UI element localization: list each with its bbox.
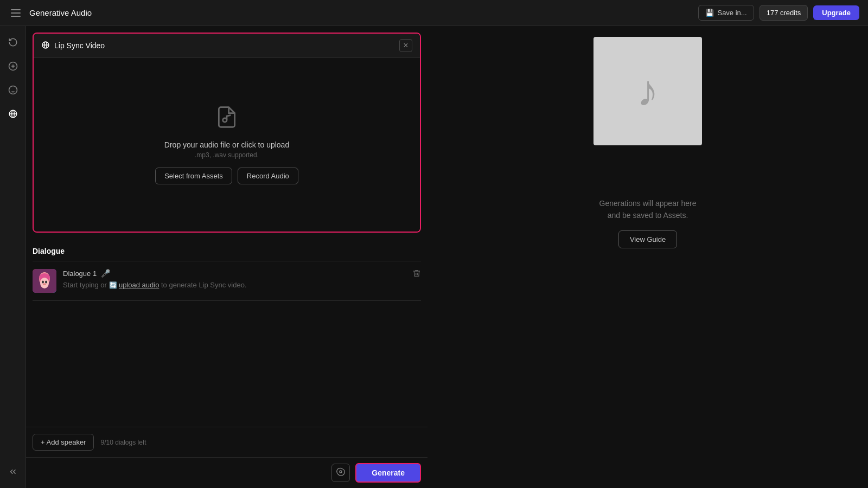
add-speaker-button[interactable]: + Add speaker <box>33 434 94 451</box>
upload-audio-link[interactable]: upload audio <box>119 281 159 289</box>
credits-label: 177 credits <box>767 9 801 17</box>
drop-zone-buttons: Select from Assets Record Audio <box>155 168 298 184</box>
sidebar <box>0 26 26 488</box>
view-guide-button[interactable]: View Guide <box>618 230 677 248</box>
arrow-indicator: ← <box>420 138 421 152</box>
dialogue-name: Dialogue 1 <box>63 269 97 278</box>
sidebar-icon-sync[interactable] <box>3 104 23 124</box>
dialogue-header: Dialogue <box>33 239 421 261</box>
dialogue-text-start: Start typing or <box>63 281 107 289</box>
mic-icon: 🎤 <box>101 269 110 278</box>
close-icon: × <box>403 41 408 50</box>
header-right: 💾 Save in... 177 credits Upgrade <box>698 5 859 21</box>
lip-sync-icon <box>41 41 50 51</box>
audio-file-icon <box>215 105 239 134</box>
svg-point-8 <box>40 278 49 288</box>
sidebar-icon-refresh[interactable] <box>3 33 23 52</box>
sidebar-icon-add[interactable] <box>3 56 23 76</box>
sidebar-bottom <box>3 462 23 481</box>
dialogue-text-suffix: to generate Lip Sync video. <box>161 281 247 289</box>
save-button[interactable]: 💾 Save in... <box>698 5 754 21</box>
generations-text: Generations will appear here and be save… <box>599 197 697 222</box>
svg-point-3 <box>9 86 17 94</box>
generate-button[interactable]: Generate <box>355 463 421 483</box>
lip-sync-title: Lip Sync Video <box>41 41 105 51</box>
lip-sync-section: Lip Sync Video × <box>33 33 421 233</box>
record-audio-button[interactable]: Record Audio <box>238 168 298 184</box>
dialogue-placeholder-text: Start typing or 🔄 upload audio to genera… <box>63 281 408 289</box>
bottom-controls-left: + Add speaker 9/10 dialogs left <box>33 434 146 451</box>
credits-button[interactable]: 177 credits <box>760 5 808 21</box>
dialogs-left-label: 9/10 dialogs left <box>100 439 146 446</box>
dialogue-name-row: Dialogue 1 🎤 <box>63 269 408 278</box>
record-audio-label: Record Audio <box>247 172 289 180</box>
sidebar-icon-collapse[interactable] <box>3 462 23 481</box>
select-assets-label: Select from Assets <box>164 172 223 180</box>
generate-label: Generate <box>372 468 405 477</box>
bottom-controls: + Add speaker 9/10 dialogs left <box>26 427 427 457</box>
right-panel: ♪ Generations will appear here and be sa… <box>427 26 868 488</box>
sidebar-icon-lipsync[interactable] <box>3 80 23 100</box>
lip-sync-title-text: Lip Sync Video <box>54 41 105 50</box>
dialogue-item: Dialogue 1 🎤 Start typing or 🔄 upload au… <box>33 261 421 301</box>
dialogue-section: Dialogue <box>33 239 421 427</box>
music-thumbnail: ♪ <box>593 37 702 145</box>
dialogue-content: Dialogue 1 🎤 Start typing or 🔄 upload au… <box>63 269 408 289</box>
save-icon: 💾 <box>705 9 714 17</box>
drop-zone-text: Drop your audio file or click to upload <box>164 140 289 149</box>
lip-sync-header: Lip Sync Video × <box>34 34 420 58</box>
upgrade-button[interactable]: Upgrade <box>813 5 859 20</box>
generations-line1: Generations will appear here <box>599 197 697 209</box>
settings-button[interactable] <box>331 464 350 482</box>
select-assets-button[interactable]: Select from Assets <box>155 168 232 184</box>
svg-point-12 <box>340 471 342 473</box>
app-title: Generative Audio <box>29 8 92 17</box>
svg-point-9 <box>42 281 44 284</box>
view-guide-label: View Guide <box>630 235 666 243</box>
drop-zone-subtext: .mp3, .wav supported. <box>195 151 259 159</box>
upload-icon: 🔄 <box>109 281 119 289</box>
add-speaker-label: + Add speaker <box>41 438 86 446</box>
svg-point-11 <box>43 284 46 285</box>
left-panel: Lip Sync Video × <box>26 26 427 488</box>
menu-button[interactable] <box>9 7 23 19</box>
settings-icon <box>336 467 345 478</box>
svg-point-10 <box>45 281 47 284</box>
save-label: Save in... <box>717 9 746 17</box>
header: Generative Audio 💾 Save in... 177 credit… <box>0 0 868 26</box>
upgrade-label: Upgrade <box>822 9 851 17</box>
generations-line2: and be saved to Assets. <box>599 209 697 221</box>
generate-row: Generate <box>26 457 427 488</box>
header-left: Generative Audio <box>9 7 92 19</box>
close-button[interactable]: × <box>399 39 412 52</box>
delete-dialogue-button[interactable] <box>412 269 421 280</box>
main-layout: Lip Sync Video × <box>0 26 868 488</box>
music-note-icon: ♪ <box>637 66 659 116</box>
drop-zone[interactable]: Drop your audio file or click to upload … <box>34 58 420 232</box>
content-area: Lip Sync Video × <box>26 26 868 488</box>
avatar <box>33 269 56 293</box>
